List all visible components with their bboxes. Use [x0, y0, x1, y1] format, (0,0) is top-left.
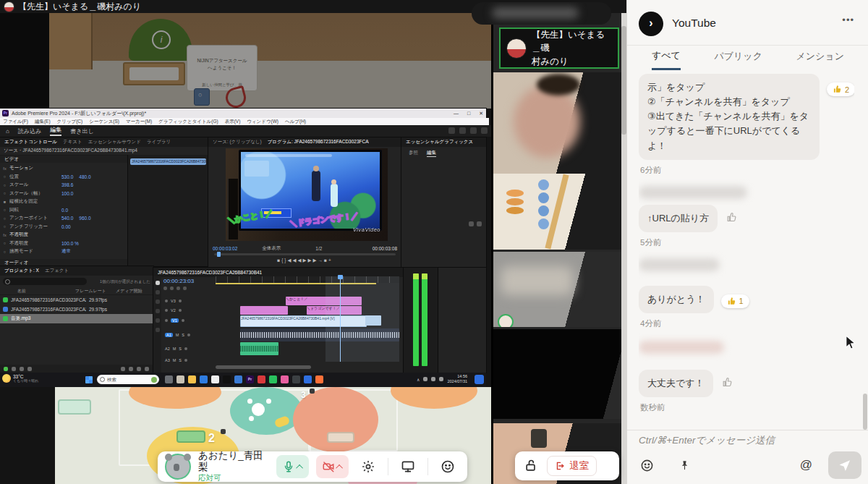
tab-libraries[interactable]: ライブラリ [147, 139, 171, 145]
effect-lane-clip[interactable]: JFA2465798672316FACD3023FCA26B84730B41.m… [130, 158, 206, 165]
mention-button[interactable]: @ [800, 458, 812, 472]
workspace-tab-edit[interactable]: 編集 [50, 126, 61, 136]
close-button[interactable]: ✕ [479, 111, 483, 116]
photos-taskbar-icon[interactable] [281, 375, 289, 383]
firefox-taskbar-icon[interactable] [315, 375, 323, 383]
red-app-taskbar-icon[interactable] [258, 375, 265, 383]
effect-param-row[interactable]: fx不透明度 [0, 231, 127, 239]
participant-video-face[interactable] [493, 72, 621, 174]
unlock-icon[interactable] [524, 459, 538, 473]
transport-button[interactable]: ◀◀ [288, 258, 298, 263]
tab-source-monitor[interactable]: ソース: (クリップなし) [213, 139, 262, 145]
chat-menu-button[interactable]: ••• [842, 14, 854, 25]
menu-file[interactable]: ファイル(F) [3, 119, 28, 125]
workspace-icons[interactable] [448, 127, 488, 134]
timeline-timecode[interactable]: 00:00:23:03 [163, 278, 194, 284]
effect-parameter-list[interactable]: fxモーション○位置530.0480.0○スケール398.6○スケール（幅）10… [0, 164, 127, 258]
tray-chevron-icon[interactable]: ∧ [417, 377, 420, 382]
map-sofa-beige[interactable] [327, 432, 354, 443]
tab-text[interactable]: テキスト [63, 139, 82, 145]
chat-input-placeholder[interactable]: Ctrl/⌘+Enterでメッセージ送信 [639, 434, 775, 447]
notification-button[interactable] [475, 375, 484, 384]
reaction-button[interactable] [435, 454, 460, 479]
pin-button[interactable] [672, 453, 697, 477]
effect-param-row[interactable]: fxモーション [0, 164, 127, 173]
project-item-row[interactable]: JFA2465798672316FACD3023FCA26B84…29.97fp… [0, 295, 153, 305]
weather-widget[interactable]: 33°C くもり時々晴れ [2, 374, 38, 383]
effect-param-row[interactable]: ○描画モード通常 [0, 247, 127, 256]
menu-graphics[interactable]: グラフィックとタイトル(G) [158, 119, 218, 125]
workspace-tab-import[interactable]: 読み込み [18, 127, 41, 135]
settings-taskbar-icon[interactable] [292, 375, 300, 383]
video-column-scrollbar[interactable] [621, 0, 626, 484]
send-button[interactable] [828, 451, 861, 479]
effect-param-row[interactable]: ○位置530.0480.0 [0, 173, 127, 182]
monitor-zoom-dropdown[interactable]: 1/2 [315, 246, 322, 251]
transport-button[interactable]: ◀ [298, 258, 303, 263]
track-header-v3[interactable]: V3 [162, 297, 216, 305]
tab-essential-graphics[interactable]: エッセンシャルグラフィックス [406, 139, 473, 145]
transport-button[interactable]: ▶▶ [308, 258, 318, 263]
bush-object[interactable]: i [129, 19, 192, 61]
maximize-button[interactable]: □ [467, 111, 470, 116]
timeline-sequence-tab[interactable]: JFA2465798672316FACD3023FCA26B84730B41 [158, 270, 262, 275]
reaction-chip[interactable]: 1 [721, 294, 749, 308]
track-header-a2[interactable]: A2MS [162, 342, 216, 355]
settings-button[interactable] [356, 454, 380, 479]
emoji-button[interactable] [634, 453, 659, 477]
tab-all[interactable]: すべて [652, 49, 681, 70]
mic-button[interactable] [276, 455, 309, 478]
tab-effect-controls[interactable]: エフェクトコントロール [4, 139, 57, 145]
timeline-playhead-cap[interactable] [338, 275, 343, 279]
premiere-workspace-bar[interactable]: ⌂ 読み込み 編集 書き出し [0, 125, 492, 137]
file-explorer-taskbar-icon[interactable] [188, 375, 196, 383]
project-item-row[interactable]: JFA2465798672316FACD3023FCA26B84…29.97fp… [0, 305, 153, 314]
track-header-v2[interactable]: V2 [162, 306, 216, 315]
menu-view[interactable]: 表示(V) [225, 119, 241, 125]
participant-video-craft-table[interactable] [493, 174, 621, 250]
track-header-a3[interactable]: A3MS [162, 356, 216, 365]
system-tray[interactable]: ∧ 14:56 2024/07/31 [417, 374, 467, 384]
project-item-row[interactable]: 音楽.mp3 [0, 314, 153, 323]
monitor-timecode[interactable]: 00:00:03:02 [213, 246, 237, 251]
premiere-menubar[interactable]: ファイル(F) 編集(E) クリップ(C) シーケンス(S) マーカー(M) グ… [0, 118, 489, 125]
workspace-tab-export[interactable]: 書き出し [70, 127, 93, 135]
taskbar-clock[interactable]: 14:56 2024/07/31 [447, 374, 467, 384]
effect-keyframe-lane[interactable]: JFA2465798672316FACD3023FCA26B84730B41.m… [127, 155, 208, 266]
channel-chevron-icon[interactable]: › [639, 12, 663, 36]
home-icon[interactable]: ⌂ [6, 128, 9, 135]
chat-input-area[interactable]: Ctrl/⌘+Enterでメッセージ送信 [627, 430, 868, 446]
project-toolbar[interactable] [0, 365, 153, 373]
tab-program-monitor[interactable]: プログラム: JFA2465798672316FACD3023FCA26B847… [268, 139, 369, 145]
effect-param-row[interactable]: fxタイムリマップ [0, 256, 127, 258]
effect-param-row[interactable]: ○回転0.0 [0, 206, 127, 215]
eg-tab-browse[interactable]: 参照 [409, 150, 418, 157]
tray-volume-icon[interactable] [439, 377, 443, 381]
map-sofa-mint[interactable] [58, 399, 91, 415]
mic-options-caret[interactable] [296, 464, 303, 471]
blue-app-taskbar-icon[interactable] [304, 375, 312, 383]
user-avatar[interactable] [165, 454, 191, 480]
calculator-taskbar-icon[interactable] [211, 375, 219, 383]
transport-button[interactable]: → [318, 258, 325, 263]
transport-button[interactable]: ▶ [303, 258, 308, 263]
menu-marker[interactable]: マーカー(M) [126, 119, 152, 125]
taskbar-search-input[interactable]: 検索 [97, 375, 159, 384]
dark-app-taskbar-icon[interactable] [223, 375, 231, 383]
windows-taskbar[interactable]: 33°C くもり時々晴れ 検索 Pr ∧ 14:56 2024/07/31 [0, 373, 486, 387]
megaphone-object[interactable] [224, 85, 248, 109]
monitor-fit-dropdown[interactable]: 全体表示 [262, 245, 281, 252]
minimize-button[interactable]: — [454, 111, 459, 116]
wooden-sign[interactable] [123, 62, 185, 85]
widgets-taskbar-icon[interactable] [165, 375, 173, 383]
chat-message-list[interactable]: 示」をタップ ②「チャンネルを共有」をタップ ③出てきた「チャンネルを共有」をタ… [639, 74, 854, 430]
edge-browser-taskbar-icon[interactable] [200, 375, 208, 383]
track-header-v1[interactable]: V1 [162, 315, 216, 326]
timeline-tool-strip[interactable] [153, 276, 161, 373]
tab-public[interactable]: パブリック [714, 50, 762, 69]
timeline-mini-icons[interactable] [163, 286, 187, 290]
camera-options-caret[interactable] [336, 464, 343, 471]
exit-room-button[interactable]: 退室 [547, 456, 597, 476]
timeline-clip-graphic-v2a[interactable] [240, 306, 288, 315]
tab-project[interactable]: プロジェクト: X [4, 268, 39, 274]
